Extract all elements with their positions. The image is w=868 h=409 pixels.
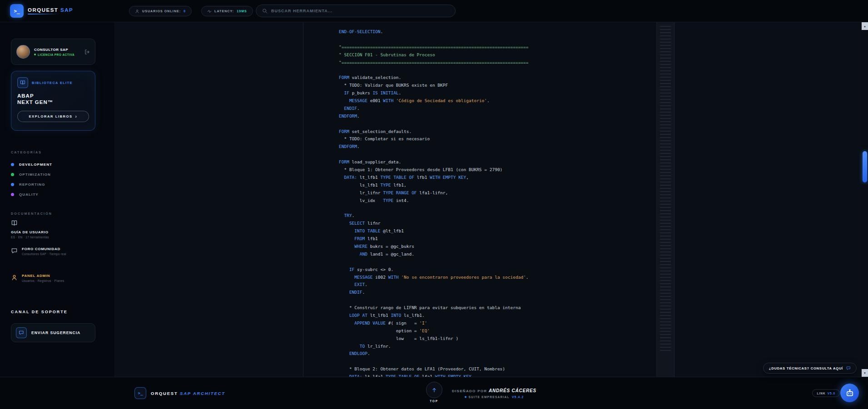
code-content[interactable]: END-OF-SELECTION. "=====================… <box>303 22 674 377</box>
search-box[interactable] <box>256 5 456 17</box>
arrow-up-icon <box>431 387 437 393</box>
chevron-right-icon: › <box>75 114 78 119</box>
support-heading: CANAL DE SOPORTE <box>11 310 95 314</box>
doc-title: FORO COMUNIDAD <box>22 247 66 251</box>
help-pill[interactable]: ¿DUDAS TÉCNICAS? CONSULTA AQUÍ <box>763 363 857 374</box>
designed-by-label: DISEÑADO POR <box>452 389 487 393</box>
explore-books-button[interactable]: EXPLORAR LIBROS › <box>17 111 89 122</box>
library-title-line2: NEXT GEN™ <box>17 99 89 105</box>
doc-item-user-guide[interactable]: GUÍA DE USUARIO ES · EN · 17 herramienta… <box>11 220 95 239</box>
arrow-up-circle <box>426 382 442 398</box>
user-icon <box>135 9 139 14</box>
avatar <box>16 45 30 59</box>
doc-title: GUÍA DE USUARIO <box>11 230 95 234</box>
category-dot <box>11 183 14 186</box>
doc-title: PANEL ADMIN <box>22 274 64 278</box>
latency-label: LATENCY: <box>214 10 234 13</box>
pulse-icon <box>207 9 212 14</box>
link-label: LINK <box>817 392 825 395</box>
user-card: CONSULTOR SAP LICENCIA PRO ACTIVA <box>11 39 95 65</box>
license-status: LICENCIA PRO ACTIVA <box>34 53 74 56</box>
footer: >_ ORQUEST SAP ARCHITECT TOP DISEÑADO PO… <box>0 377 868 409</box>
suite-version: V5.4.2 <box>512 395 524 399</box>
category-item-quality[interactable]: QUALITY <box>11 189 95 199</box>
status-dot <box>34 54 36 55</box>
category-item-development[interactable]: DEVELOPMENT <box>11 159 95 169</box>
sidebar: CONSULTOR SAP LICENCIA PRO ACTIVA BIBLIO… <box>0 22 115 377</box>
doc-text: PANEL ADMIN Usuarios · Registros · Plane… <box>22 274 64 282</box>
book-icon-box <box>17 77 28 88</box>
link-version-badge: LINK V5.0 <box>812 389 840 397</box>
users-online-label: USUARIOS ONLINE: <box>142 10 181 13</box>
footer-brand: >_ ORQUEST SAP ARCHITECT <box>134 387 225 399</box>
categories-list: DEVELOPMENT OPTIMIZATION REPORTING QUALI… <box>11 159 95 199</box>
footer-credits: DISEÑADO POR ANDRÉS CÁCERES SUITE EMPRES… <box>452 388 536 399</box>
scrollbar-up-button[interactable]: ▲ <box>862 22 868 30</box>
category-label: QUALITY <box>19 192 39 197</box>
doc-text: FORO COMUNIDAD Consultores SAP · Tiempo … <box>22 247 66 256</box>
suite-dot <box>465 396 466 398</box>
search-icon <box>262 8 268 14</box>
category-item-reporting[interactable]: REPORTING <box>11 179 95 189</box>
category-dot <box>11 163 14 166</box>
doc-subtitle: Usuarios · Registros · Planes <box>22 279 64 282</box>
category-label: REPORTING <box>19 182 45 187</box>
terminal-icon: >_ <box>134 387 146 399</box>
brand-accent: SAP <box>60 7 73 13</box>
categories-heading: CATEGORÍAS <box>11 151 95 154</box>
page-scrollbar[interactable]: ▲ ▼ <box>862 22 868 377</box>
footer-brand-name: ORQUEST <box>151 391 178 396</box>
link-version: V5.0 <box>828 392 835 395</box>
top-label: TOP <box>430 399 438 403</box>
chat-icon-box <box>16 327 27 338</box>
send-suggestion-button[interactable]: ENVIAR SUGERENCIA <box>11 323 95 342</box>
users-online-value: 0 <box>184 10 186 13</box>
terminal-logo-icon: >_ <box>10 4 24 18</box>
help-text: ¿DUDAS TÉCNICAS? CONSULTA AQUÍ <box>769 366 843 370</box>
doc-item-admin-panel[interactable]: PANEL ADMIN Usuarios · Registros · Plane… <box>11 274 95 282</box>
latency-value: 19MS <box>237 10 247 13</box>
chat-bubble-icon <box>846 366 851 370</box>
library-eyebrow: BIBLIOTECA ELITE <box>32 81 73 85</box>
logout-icon <box>84 49 90 55</box>
scroll-to-top-button[interactable]: TOP <box>426 382 442 403</box>
designed-by-line: DISEÑADO POR ANDRÉS CÁCERES <box>452 388 536 393</box>
footer-brand-text: ORQUEST SAP ARCHITECT <box>151 391 225 396</box>
doc-subtitle: Consultores SAP · Tiempo real <box>22 252 66 256</box>
chat-assistant-fab[interactable] <box>840 384 859 402</box>
category-label: DEVELOPMENT <box>19 163 52 167</box>
scrollbar-down-button[interactable]: ▼ <box>862 369 868 377</box>
robot-icon <box>845 389 854 398</box>
author-name: ANDRÉS CÁCERES <box>489 388 536 393</box>
user-name: CONSULTOR SAP <box>34 48 74 52</box>
logout-button[interactable] <box>84 49 90 55</box>
suite-label: SUITE EMPRESARIAL <box>469 395 510 399</box>
minimap-marks <box>660 26 671 352</box>
category-dot <box>11 193 14 196</box>
forum-icon <box>11 247 18 254</box>
category-label: OPTIMIZATION <box>19 172 51 177</box>
admin-icon <box>11 274 18 281</box>
library-header: BIBLIOTECA ELITE <box>17 77 89 88</box>
code-editor[interactable]: END-OF-SELECTION. "=====================… <box>303 22 675 377</box>
explore-books-label: EXPLORAR LIBROS <box>29 114 72 118</box>
library-title-line1: ABAP <box>17 93 89 99</box>
suite-line: SUITE EMPRESARIAL V5.4.2 <box>452 395 536 399</box>
chat-icon <box>19 330 24 335</box>
category-item-optimization[interactable]: OPTIMIZATION <box>11 169 95 179</box>
library-card: BIBLIOTECA ELITE ABAP NEXT GEN™ EXPLORAR… <box>11 71 95 131</box>
category-dot <box>11 173 14 176</box>
logo-wordmark: ORQUEST SAP <box>28 7 73 15</box>
main-content: END-OF-SELECTION. "=====================… <box>115 22 868 377</box>
minimap[interactable] <box>656 22 674 377</box>
app-logo[interactable]: >_ ORQUEST SAP <box>10 4 73 18</box>
scrollbar-thumb[interactable] <box>863 151 867 182</box>
top-header: >_ ORQUEST SAP USUARIOS ONLINE: 0 LATENC… <box>0 0 868 22</box>
library-title: ABAP NEXT GEN™ <box>17 93 89 105</box>
documentation-heading: DOCUMENTACIÓN <box>11 212 95 215</box>
users-online-badge: USUARIOS ONLINE: 0 <box>129 6 192 16</box>
doc-item-community-forum[interactable]: FORO COMUNIDAD Consultores SAP · Tiempo … <box>11 247 95 256</box>
footer-brand-suffix: SAP ARCHITECT <box>180 391 225 396</box>
brand-name: ORQUEST <box>28 7 58 13</box>
search-input[interactable] <box>271 9 449 13</box>
